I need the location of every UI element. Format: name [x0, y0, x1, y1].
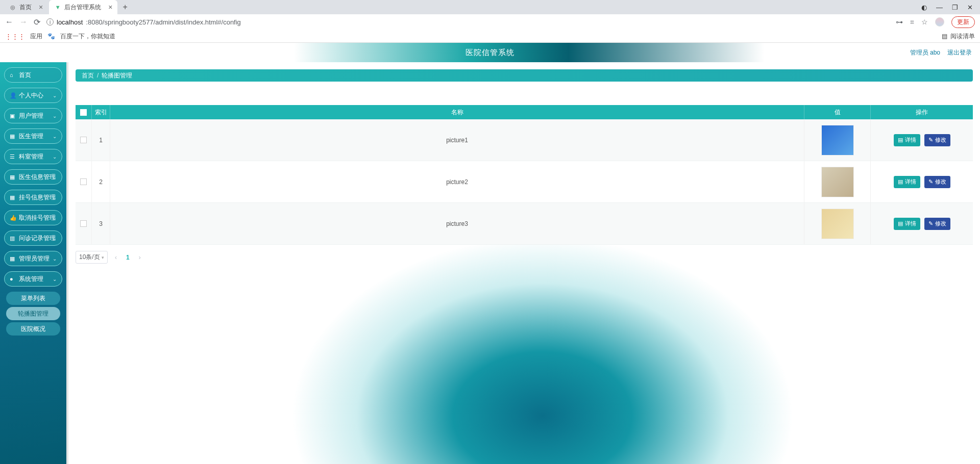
sidebar-item-users[interactable]: ▣用户管理⌄ — [4, 108, 62, 123]
th-value: 值 — [804, 105, 871, 119]
tab-label: 后台管理系统 — [64, 3, 101, 12]
sidebar: ⌂首页 👤个人中心⌄ ▣用户管理⌄ ▦医生管理⌄ ☰科室管理⌄ ▦医生信息管理⌄… — [0, 62, 66, 464]
key-icon[interactable]: ⊶ — [896, 18, 903, 26]
apps-icon[interactable]: ⋮⋮⋮ — [5, 33, 25, 40]
header-right: 管理员 abo 退出登录 — [910, 48, 972, 57]
sidebar-item-admin[interactable]: ▦管理员管理⌄ — [4, 251, 62, 266]
cell-index: 2 — [92, 161, 110, 202]
cell-index: 1 — [92, 119, 110, 161]
sidebar-item-profile[interactable]: 👤个人中心⌄ — [4, 88, 62, 103]
edit-icon: ✎ — [928, 220, 933, 227]
checkbox-all[interactable] — [80, 109, 87, 116]
sidebar-item-label: 医生管理 — [19, 132, 43, 141]
sidebar-item-doctor-info[interactable]: ▦医生信息管理⌄ — [4, 169, 62, 185]
row-checkbox[interactable] — [80, 137, 87, 143]
table-body: 1 picture1 ▤详情 ✎修改 2 picture2 — [76, 119, 973, 245]
lock-dot-icon[interactable]: ◐ — [921, 4, 927, 11]
sidebar-sub-label: 医院概况 — [21, 325, 45, 333]
chat-icon: ▣ — [10, 113, 16, 119]
breadcrumb-sep: / — [97, 72, 99, 79]
sidebar-item-label: 取消挂号管理 — [19, 214, 56, 222]
sidebar-item-home[interactable]: ⌂首页 — [4, 67, 62, 83]
close-window-icon[interactable]: ✕ — [967, 4, 973, 11]
url-input[interactable]: i localhost:8080/springbooty2577/admin/d… — [46, 18, 890, 26]
reload-icon[interactable]: ⟳ — [34, 17, 40, 27]
next-page-button[interactable]: › — [137, 254, 143, 261]
reading-list-label[interactable]: 阅读清单 — [950, 32, 975, 41]
close-icon[interactable]: × — [108, 3, 112, 11]
browser-tab[interactable]: ▼ 后台管理系统 × — [49, 0, 117, 14]
sidebar-sub-carousel[interactable]: 轮播图管理 — [6, 307, 60, 320]
sidebar-item-cancel-reg[interactable]: 👍取消挂号管理⌄ — [4, 210, 62, 225]
sidebar-item-system[interactable]: ●系统管理⌄ — [4, 271, 62, 287]
list-icon: ☰ — [10, 153, 16, 160]
thumbnail-image[interactable] — [821, 125, 854, 156]
cell-name: picture1 — [110, 119, 804, 161]
sidebar-item-label: 问诊记录管理 — [19, 234, 56, 243]
edit-button[interactable]: ✎修改 — [924, 218, 950, 230]
doc-icon: ▤ — [898, 178, 903, 185]
edit-button[interactable]: ✎修改 — [924, 176, 950, 188]
table-header: 索引 名称 值 操作 — [76, 105, 973, 119]
building-icon: ▥ — [10, 235, 16, 242]
row-checkbox[interactable] — [80, 220, 87, 227]
minimize-icon[interactable]: — — [936, 4, 943, 11]
app-title: 医院信管系统 — [465, 48, 514, 58]
paw-icon: 🐾 — [47, 33, 55, 40]
url-path: :8080/springbooty2577/admin/dist/index.h… — [86, 18, 241, 26]
table-row: 1 picture1 ▤详情 ✎修改 — [76, 119, 973, 161]
profile-avatar[interactable] — [935, 17, 944, 27]
user-icon: 👤 — [10, 92, 16, 99]
site-info-icon[interactable]: i — [46, 18, 54, 25]
close-icon[interactable]: × — [39, 3, 43, 11]
logout-link[interactable]: 退出登录 — [947, 48, 972, 57]
sidebar-item-doctors[interactable]: ▦医生管理⌄ — [4, 128, 62, 144]
chevron-down-icon: ⌄ — [53, 93, 57, 98]
url-host: localhost — [57, 18, 83, 26]
page-number[interactable]: 1 — [124, 254, 132, 261]
detail-button[interactable]: ▤详情 — [894, 134, 920, 146]
prev-page-button[interactable]: ‹ — [113, 254, 119, 261]
sidebar-item-label: 管理员管理 — [19, 254, 50, 263]
admin-label[interactable]: 管理员 abo — [910, 48, 940, 57]
maximize-icon[interactable]: ❐ — [952, 4, 958, 11]
thumbnail-image[interactable] — [821, 209, 854, 239]
table-row: 3 picture3 ▤详情 ✎修改 — [76, 203, 973, 245]
forward-icon[interactable]: → — [19, 17, 28, 27]
edit-button[interactable]: ✎修改 — [924, 134, 950, 146]
thumbnail-image[interactable] — [821, 167, 854, 197]
tab-label: 首页 — [19, 3, 32, 12]
update-button[interactable]: 更新 — [951, 16, 975, 28]
browser-tab[interactable]: ◎ 首页 × — [4, 0, 48, 14]
tab-bar: ◎ 首页 × ▼ 后台管理系统 × + ◐ — ❐ ✕ — [0, 0, 980, 14]
apps-label[interactable]: 应用 — [30, 32, 42, 41]
chevron-down-icon: ⌄ — [53, 195, 57, 200]
sidebar-sub-hospital-info[interactable]: 医院概况 — [6, 322, 60, 336]
row-checkbox[interactable] — [80, 178, 87, 185]
back-icon[interactable]: ← — [5, 17, 13, 27]
sidebar-item-consult[interactable]: ▥问诊记录管理⌄ — [4, 230, 62, 246]
sidebar-submenu: 菜单列表 轮播图管理 医院概况 — [4, 292, 62, 336]
sidebar-item-registration[interactable]: ▦挂号信息管理⌄ — [4, 190, 62, 205]
chevron-down-icon: ⌄ — [53, 215, 57, 221]
reading-list-icon[interactable]: ▤ — [942, 33, 947, 40]
sidebar-item-departments[interactable]: ☰科室管理⌄ — [4, 149, 62, 164]
star-icon[interactable]: ☆ — [921, 18, 928, 26]
breadcrumb: 首页 / 轮播图管理 — [76, 69, 973, 82]
detail-button[interactable]: ▤详情 — [894, 218, 920, 230]
sidebar-item-label: 医生信息管理 — [19, 173, 56, 182]
qr-icon[interactable]: ⌗ — [910, 18, 914, 27]
content: 首页 / 轮播图管理 索引 名称 值 操作 1 picture1 — [66, 62, 980, 464]
bookmark-link[interactable]: 百度一下，你就知道 — [60, 32, 115, 41]
chevron-down-icon: ⌄ — [53, 174, 57, 180]
data-table: 索引 名称 值 操作 1 picture1 ▤详情 ✎修改 — [76, 105, 973, 245]
sidebar-sub-menu-list[interactable]: 菜单列表 — [6, 292, 60, 305]
window-controls: ◐ — ❐ ✕ — [921, 4, 980, 11]
new-tab-button[interactable]: + — [118, 3, 131, 12]
breadcrumb-home[interactable]: 首页 — [82, 71, 94, 80]
page-size-select[interactable]: 10条/页 ▾ — [76, 251, 108, 264]
detail-button[interactable]: ▤详情 — [894, 176, 920, 188]
edit-icon: ✎ — [928, 178, 933, 185]
th-checkbox — [76, 105, 92, 119]
sidebar-item-label: 用户管理 — [19, 112, 43, 120]
